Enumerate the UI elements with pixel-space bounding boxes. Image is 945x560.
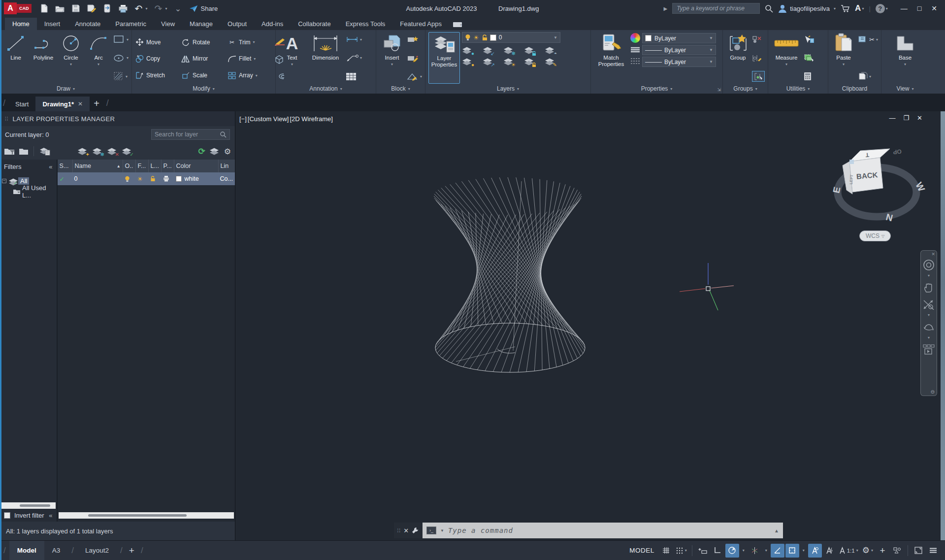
new-layout-button[interactable]: + [126, 545, 137, 556]
ribbon-display-toggle[interactable]: ▾ [453, 22, 462, 30]
annotation-visibility-toggle[interactable] [808, 544, 822, 558]
row-plot-printer-icon[interactable] [161, 176, 174, 182]
palette-grip-icon[interactable]: ⁞⁞ [5, 116, 9, 122]
layer-on-button[interactable]: ● [462, 58, 473, 66]
base-dropdown-caret[interactable]: ▾ [904, 62, 906, 66]
viewcube-corner-hotspot[interactable] [849, 160, 854, 164]
doc-minimize-icon[interactable]: — [889, 114, 895, 122]
lineweight-icon[interactable] [630, 47, 640, 54]
panel-label-modify[interactable]: Modify▾ [132, 84, 275, 94]
col-plot[interactable]: P... [161, 160, 174, 172]
ribbon-tab-output[interactable]: Output [220, 18, 254, 30]
dimension-dropdown-caret[interactable]: ▾ [360, 37, 362, 42]
right-dock-strip[interactable] [941, 111, 945, 540]
linetype-icon[interactable] [630, 58, 640, 65]
open-from-web-mobile-icon[interactable] [102, 3, 112, 13]
workspace-caret[interactable]: ▾ [871, 548, 873, 553]
layer-dropdown-caret[interactable]: ▼ [554, 35, 557, 40]
ribbon-tab-annotate[interactable]: Annotate [67, 18, 108, 30]
leader-icon[interactable] [346, 54, 358, 62]
ellipse-dropdown-caret[interactable]: ▾ [127, 56, 129, 60]
row-on-bulb-icon[interactable] [123, 176, 135, 182]
zoom-extents-icon[interactable] [923, 296, 935, 313]
measure-dropdown-caret[interactable]: ▾ [785, 62, 787, 66]
command-grip-icon[interactable]: ⁞⁞ [397, 528, 401, 533]
dynamic-input-toggle[interactable] [696, 544, 710, 558]
layer-properties-button[interactable]: Layer Properties [428, 32, 460, 84]
attributes-dropdown-caret[interactable]: ▾ [420, 74, 422, 79]
snap-caret[interactable]: ▾ [685, 548, 687, 553]
set-current-layer-button[interactable]: ✓ [122, 147, 132, 155]
table-icon[interactable] [346, 72, 357, 81]
undo-dropdown-caret[interactable]: ▾ [146, 6, 148, 11]
help-icon[interactable]: ? [876, 4, 885, 13]
col-status[interactable]: S... [58, 160, 72, 172]
group-edit-button[interactable] [752, 53, 765, 64]
ribbon-tab-express-tools[interactable]: Express Tools [338, 18, 393, 30]
settings-gear-icon[interactable]: ⚙ [224, 147, 231, 156]
annotation-scale-button[interactable]: 1:1▾ [838, 544, 860, 558]
filters-horizontal-scrollbar[interactable] [1, 502, 56, 509]
line-button[interactable]: Line [3, 32, 29, 84]
layer-search-input[interactable] [155, 131, 220, 138]
row-lock-icon[interactable] [148, 176, 161, 182]
isometric-drafting-toggle[interactable] [748, 544, 762, 558]
unreconciled-layers-icon[interactable] [209, 147, 220, 155]
filter-tree-all-used[interactable]: All Used L... [2, 186, 55, 197]
ribbon-tab-collaborate[interactable]: Collaborate [291, 18, 338, 30]
plot-printer-icon[interactable] [118, 3, 128, 13]
wcs-dropdown[interactable]: WCS▽ [859, 231, 891, 241]
layer-isolate-button[interactable]: ↙ [483, 46, 493, 54]
viewport-visualstyle-control[interactable]: [2D Wireframe] [290, 115, 332, 123]
layout-tab-layout2[interactable]: Layout2 [77, 541, 117, 560]
scale-button[interactable]: Scale [181, 67, 225, 84]
layer-unisolate-button[interactable]: ↗ [483, 58, 493, 66]
stretch-button[interactable]: Stretch [135, 67, 178, 84]
autocad-app-menu[interactable]: A CAD [4, 2, 32, 14]
col-name[interactable]: Name▲ [72, 160, 123, 172]
layer-row-0[interactable]: ✓ 0 ☀ white Co... [58, 172, 235, 185]
layer-freeze-button[interactable]: ❄ [503, 46, 514, 54]
collapse-filters-icon[interactable]: « [49, 163, 52, 170]
layer-dropdown[interactable]: ☀ 0 ▼ [462, 32, 560, 43]
file-tab-start[interactable]: Start [8, 97, 35, 111]
doc-restore-icon[interactable]: ❐ [903, 114, 909, 122]
help-search-input[interactable] [672, 3, 760, 14]
autodesk-logo-icon[interactable]: A [855, 3, 861, 13]
layout-tab-a3[interactable]: A3 [44, 541, 68, 560]
minimize-button[interactable]: — [901, 4, 908, 12]
undo-icon[interactable]: ↶ [134, 3, 144, 13]
collapse-bottom-icon[interactable]: « [49, 512, 52, 519]
layout-tab-model[interactable]: Model [9, 541, 44, 560]
isolate-objects-toggle[interactable] [890, 544, 904, 558]
help-menu-caret[interactable]: ▾ [886, 6, 888, 11]
dimension-button[interactable]: Dimension [307, 32, 344, 84]
new-layer-frozen-button[interactable]: ❄ [92, 147, 103, 155]
base-button[interactable]: Base ▾ [892, 32, 918, 84]
measure-button[interactable]: Measure ▾ [771, 32, 802, 84]
color-wheel-icon[interactable] [630, 33, 640, 43]
object-snap-toggle[interactable] [785, 544, 799, 558]
linear-dimension-icon[interactable] [346, 36, 358, 43]
polar-caret[interactable]: ▾ [740, 544, 747, 558]
quick-view-button[interactable] [804, 53, 815, 64]
col-freeze[interactable]: F... [135, 160, 148, 172]
panel-label-properties[interactable]: Properties▾ [591, 84, 722, 94]
layer-search-box[interactable] [151, 129, 230, 140]
open-folder-icon[interactable] [55, 3, 65, 13]
insert-button[interactable]: Insert ▾ [379, 32, 405, 84]
clean-screen-toggle[interactable] [912, 544, 925, 558]
edit-attributes-button[interactable]: ▾ [407, 71, 422, 82]
layer-unlock-button[interactable] [524, 58, 535, 66]
ribbon-tab-parametric[interactable]: Parametric [108, 18, 154, 30]
text-dropdown-caret[interactable]: ▾ [291, 62, 293, 66]
model-space-badge[interactable]: MODEL [629, 547, 654, 554]
object-snap-tracking-toggle[interactable] [771, 544, 784, 558]
rectangle-icon[interactable] [113, 35, 125, 44]
copy-clip-dropdown-caret[interactable]: ▾ [869, 74, 871, 79]
search-icon[interactable] [765, 4, 773, 13]
ungroup-button[interactable] [752, 34, 765, 45]
copy-button[interactable]: Copy [135, 51, 178, 67]
command-bar[interactable]: ›_ ▼ ▲ [423, 523, 783, 538]
row-color-cell[interactable]: white [174, 175, 218, 182]
